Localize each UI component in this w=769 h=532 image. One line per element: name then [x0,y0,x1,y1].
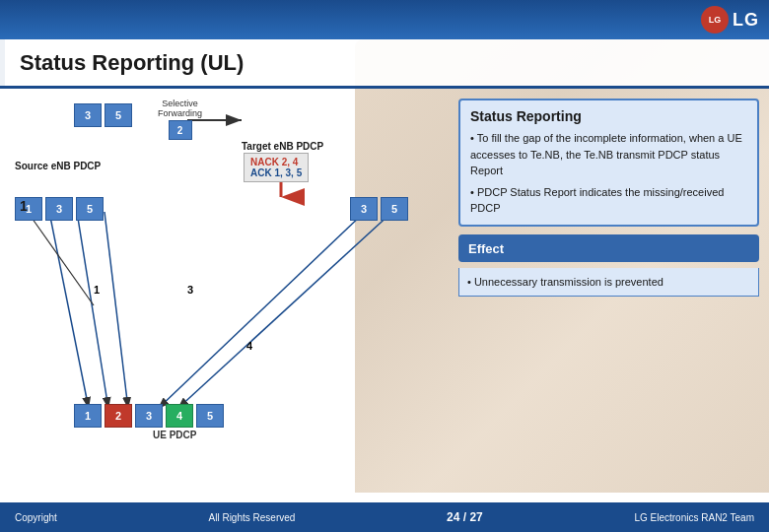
middle-left-row: 1 3 5 [15,197,104,221]
lg-text: LG [733,10,759,31]
packet-3-top: 3 [74,103,102,127]
diagram-section: 3 5 Selective Forwarding 2 Source eNB PD… [0,89,449,493]
svg-line-8 [177,212,392,409]
num4-label: 4 [246,340,252,352]
packet-3-mid: 3 [45,197,73,221]
effect-title: Effect [468,241,504,256]
footer-page: 24 / 27 [447,510,483,524]
title-section: Status Reporting (UL) [0,39,769,89]
status-reporting-panel: Status Reporting • To fill the gap of th… [458,99,759,227]
svg-line-6 [105,212,128,409]
footer: Copyright All Rights Reserved 24 / 27 LG… [0,502,769,532]
packet-5-right: 5 [381,197,408,221]
footer-company: LG Electronics RAN2 Team [634,512,754,523]
status-bullet-1: • To fill the gap of the incomplete info… [470,130,747,179]
ue-pdcp-label: UE PDCP [153,430,196,440]
footer-rights: All Rights Reserved [209,512,296,523]
info-section: Status Reporting • To fill the gap of th… [449,89,769,493]
main-content: 3 5 Selective Forwarding 2 Source eNB PD… [0,89,769,493]
status-bullet-2: • PDCP Status Report indicates the missi… [470,184,747,217]
effect-content: • Unnecessary transmission is prevented [458,268,759,298]
page-title: Status Reporting (UL) [20,50,244,76]
source-label: Source eNB PDCP [15,156,101,173]
target-label: Target eNB PDCP [242,136,323,154]
selective-forwarding-label: Selective Forwarding 2 [158,99,202,140]
diagram-inner: 3 5 Selective Forwarding 2 Source eNB PD… [15,99,439,473]
lg-circle-icon: LG [701,6,729,33]
effect-section: Effect • Unnecessary transmission is pre… [458,234,759,298]
selective-packet: 2 [169,120,192,140]
num3-label: 3 [187,284,193,296]
num1-indicator: 1 [20,197,28,215]
effect-title-bar: Effect [458,234,759,262]
header-bar: LG LG [0,0,769,39]
source-top-packets: 3 5 [74,103,132,127]
middle-right-row: 3 5 [350,197,408,221]
packet-3-right: 3 [350,197,378,221]
svg-line-4 [49,212,89,409]
packet-5-top: 5 [105,103,132,127]
packet-5-mid: 5 [76,197,104,221]
ue-packet-2: 2 [105,404,132,428]
footer-copyright: Copyright [15,512,57,523]
svg-line-5 [77,212,108,409]
ue-packet-4: 4 [166,404,193,428]
nack-text: NACK 2, 4 [250,157,302,167]
status-panel-title: Status Reporting [470,108,747,124]
nack-ack-box: NACK 2, 4 ACK 1, 3, 5 [244,153,309,182]
lg-logo: LG LG [701,6,759,33]
svg-line-9 [30,215,94,305]
ue-packet-1: 1 [74,404,102,428]
ue-packet-3: 3 [135,404,163,428]
ue-packet-row: 1 2 3 4 5 [74,404,224,428]
ack-text: ACK 1, 3, 5 [250,167,302,178]
svg-line-7 [158,212,365,409]
num1-arrow-label: 1 [94,284,100,296]
ue-packet-5: 5 [196,404,224,428]
